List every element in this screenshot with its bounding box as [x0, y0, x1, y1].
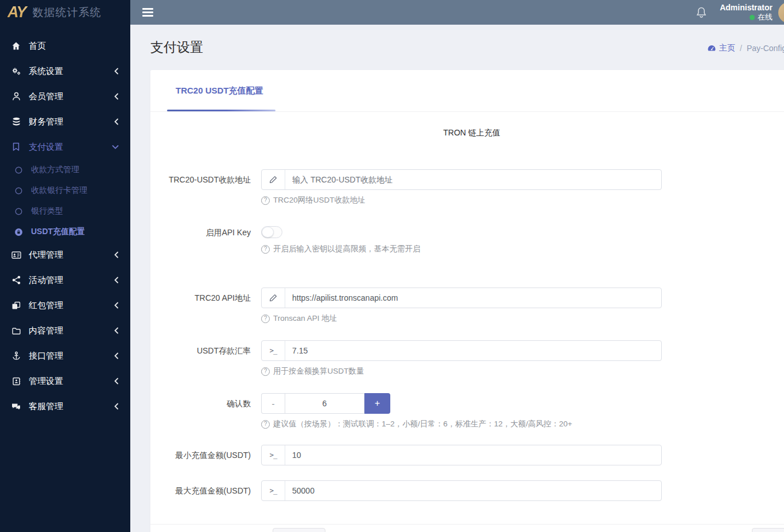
user-info[interactable]: Administrator 在线	[720, 3, 773, 22]
api-url-input[interactable]	[285, 288, 661, 308]
avatar[interactable]	[778, 2, 784, 23]
sidebar-item-label: 首页	[29, 41, 46, 52]
sidebar-item-label: 客服管理	[29, 401, 63, 412]
terminal-icon: >_	[262, 481, 285, 500]
question-circle-icon: ?	[261, 196, 270, 205]
question-circle-icon: ?	[261, 245, 270, 254]
chevron-left-icon	[114, 302, 119, 309]
field-help: ? 建议值（按场景）：测试联调：1–2，小额/日常：6，标准生产：12，大额/高…	[261, 419, 784, 429]
breadcrumb-separator: /	[740, 44, 742, 53]
circle-icon	[13, 187, 24, 195]
stepper-increase-button[interactable]: +	[364, 393, 390, 414]
sidebar-subitem-label: USDT充值配置	[31, 227, 85, 237]
stepper-decrease-button[interactable]: -	[261, 393, 285, 414]
chevron-left-icon	[114, 277, 119, 284]
breadcrumb-current: Pay-Config	[747, 44, 784, 53]
sidebar-item-payment-settings[interactable]: 支付设置	[0, 134, 130, 160]
sidebar-item-system-settings[interactable]: 系统设置	[0, 59, 130, 84]
circle-icon	[13, 208, 24, 215]
sidebar-subitem-label: 收款方式管理	[31, 165, 79, 175]
chevron-left-icon	[114, 118, 119, 125]
settings-card: TRC20 USDT充值配置 TRON 链上充值 TRC20-USDT收款地址	[150, 70, 784, 532]
folder-icon	[10, 327, 22, 335]
terminal-icon: >_	[262, 445, 285, 465]
question-circle-icon: ?	[261, 314, 270, 323]
form-row-api-url: TRC20 API地址 ? Tronscan API 地址	[150, 288, 784, 324]
chevron-left-icon	[114, 68, 119, 75]
chevron-left-icon	[114, 378, 119, 385]
sidebar-item-label: 会员管理	[29, 91, 63, 102]
id-card-icon	[10, 251, 22, 259]
sidebar-item-label: 代理管理	[29, 250, 63, 261]
sidebar-item-api[interactable]: 接口管理	[0, 343, 130, 368]
field-help: ? TRC20网络USDT收款地址	[261, 195, 784, 205]
tab-bar: TRC20 USDT充值配置	[150, 70, 784, 112]
share-nodes-icon	[10, 275, 22, 285]
field-help: ? 用于按金额换算USDT数量	[261, 366, 784, 376]
sidebar-subitem-payment-methods[interactable]: 收款方式管理	[0, 160, 130, 180]
page-header: 支付设置 主页 / Pay-Config	[130, 25, 784, 70]
breadcrumb-home-link[interactable]: 主页	[707, 43, 735, 53]
footer-button-right[interactable]	[752, 528, 784, 532]
sidebar-item-label: 管理设置	[29, 376, 63, 387]
dashboard-gauge-icon	[707, 44, 716, 52]
chevron-left-icon	[114, 251, 119, 258]
section-title-tron: TRON 链上充值	[150, 128, 784, 138]
chevron-down-icon	[112, 145, 119, 150]
confirmations-input[interactable]	[285, 394, 364, 413]
comments-icon	[10, 402, 22, 411]
username: Administrator	[720, 3, 773, 13]
min-amount-input[interactable]	[285, 445, 661, 465]
sidebar-subitem-bank-cards[interactable]: 收款银行卡管理	[0, 180, 130, 201]
database-icon	[10, 117, 22, 126]
sidebar-subitem-usdt-config[interactable]: USDT充值配置	[0, 222, 130, 242]
main-content: 支付设置 主页 / Pay-Config TRC20 USDT充值配置 TRON…	[130, 25, 784, 532]
bookmark-icon	[10, 142, 22, 152]
breadcrumb: 主页 / Pay-Config	[707, 43, 784, 53]
brand[interactable]: AY 数据统计系统	[0, 0, 130, 25]
api-key-toggle[interactable]	[261, 226, 282, 238]
sidebar-item-activities[interactable]: 活动管理	[0, 267, 130, 293]
sidebar-item-admin-settings[interactable]: 管理设置	[0, 368, 130, 394]
confirmations-stepper: - +	[261, 393, 390, 414]
tab-trc20-usdt-config[interactable]: TRC20 USDT充值配置	[176, 86, 263, 96]
question-circle-icon: ?	[261, 367, 270, 376]
sidebar-subitem-label: 收款银行卡管理	[31, 185, 87, 196]
usdt-rate-input[interactable]	[285, 341, 661, 360]
form-row-max-amount: 最大充值金额(USDT) >_	[150, 480, 784, 501]
trc20-address-input[interactable]	[285, 170, 661, 189]
sidebar-subitem-bank-types[interactable]: 银行类型	[0, 201, 130, 222]
sidebar-item-members[interactable]: 会员管理	[0, 84, 130, 109]
field-label: 启用API Key	[150, 222, 261, 254]
form-row-confirmations: 确认数 - + ? 建议值（按场景）：测试联调：1–2，小额/日常：6，标准生产…	[150, 393, 784, 429]
brand-title: 数据统计系统	[33, 5, 102, 20]
max-amount-input[interactable]	[285, 481, 661, 500]
sidebar-item-content[interactable]: 内容管理	[0, 318, 130, 343]
sidebar-menu: 首页 系统设置 会员管理 财务管理	[0, 25, 130, 419]
field-label: 最大充值金额(USDT)	[150, 480, 261, 501]
sidebar-item-finance[interactable]: 财务管理	[0, 109, 130, 134]
sidebar-item-support[interactable]: 客服管理	[0, 394, 130, 419]
field-label: USDT存款汇率	[150, 340, 261, 376]
sidebar-item-home[interactable]: 首页	[0, 33, 130, 59]
address-book-icon	[10, 377, 22, 386]
sidebar-item-label: 接口管理	[29, 351, 63, 362]
hamburger-menu-icon[interactable]	[142, 6, 153, 18]
form-body: TRON 链上充值 TRC20-USDT收款地址 ? TRC2	[150, 112, 784, 532]
sidebar-item-label: 内容管理	[29, 325, 63, 336]
card-footer	[150, 524, 784, 532]
notifications-bell-icon[interactable]	[696, 6, 707, 19]
online-status-label: 在线	[758, 13, 773, 22]
field-label: TRC20 API地址	[150, 288, 261, 324]
user-icon	[10, 92, 22, 101]
form-row-usdt-rate: USDT存款汇率 >_ ? 用于按金额换算USDT数量	[150, 340, 784, 376]
sidebar-item-label: 活动管理	[29, 275, 63, 286]
pencil-icon	[262, 170, 285, 189]
lock-icon	[13, 228, 24, 236]
sidebar-item-agents[interactable]: 代理管理	[0, 242, 130, 267]
sidebar-subitem-label: 银行类型	[31, 206, 63, 216]
footer-button-left[interactable]	[273, 528, 325, 532]
sidebar-item-label: 财务管理	[29, 117, 63, 127]
sidebar-item-red-packets[interactable]: 红包管理	[0, 293, 130, 318]
field-help: ? 开启后输入密钥以提高限频，基本无需开启	[261, 244, 784, 254]
